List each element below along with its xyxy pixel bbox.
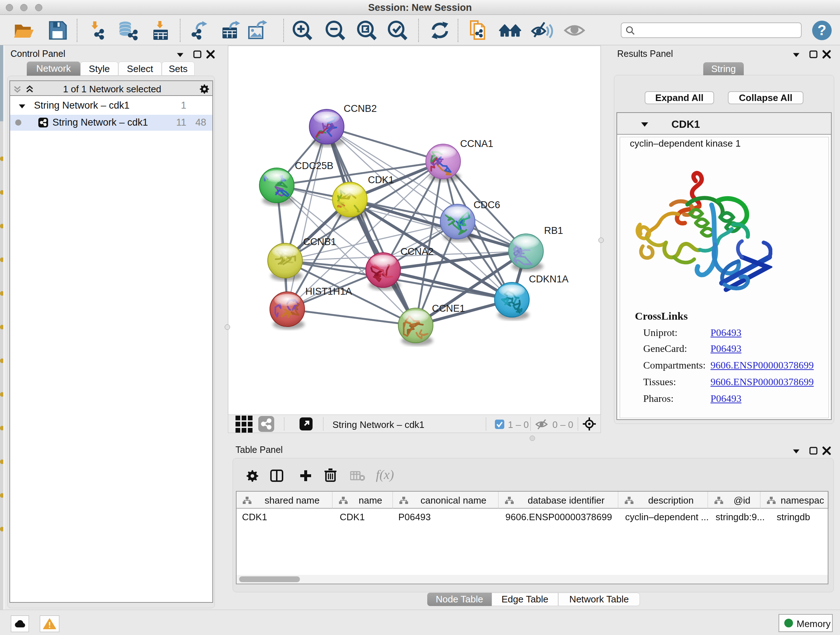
svg-text:HIST1H1A: HIST1H1A: [305, 286, 352, 297]
svg-text:CDK1: CDK1: [368, 174, 394, 185]
svg-text:CCNB1: CCNB1: [303, 236, 336, 247]
svg-text:CDC25B: CDC25B: [295, 160, 333, 171]
svg-text:CCNA2: CCNA2: [401, 246, 434, 257]
svg-text:CCNE1: CCNE1: [432, 303, 465, 314]
svg-text:CCNB2: CCNB2: [344, 103, 377, 114]
svg-text:CCNA1: CCNA1: [460, 138, 493, 149]
svg-text:CDKN1A: CDKN1A: [529, 274, 569, 285]
svg-text:CDC6: CDC6: [474, 200, 500, 211]
svg-text:RB1: RB1: [544, 225, 563, 236]
